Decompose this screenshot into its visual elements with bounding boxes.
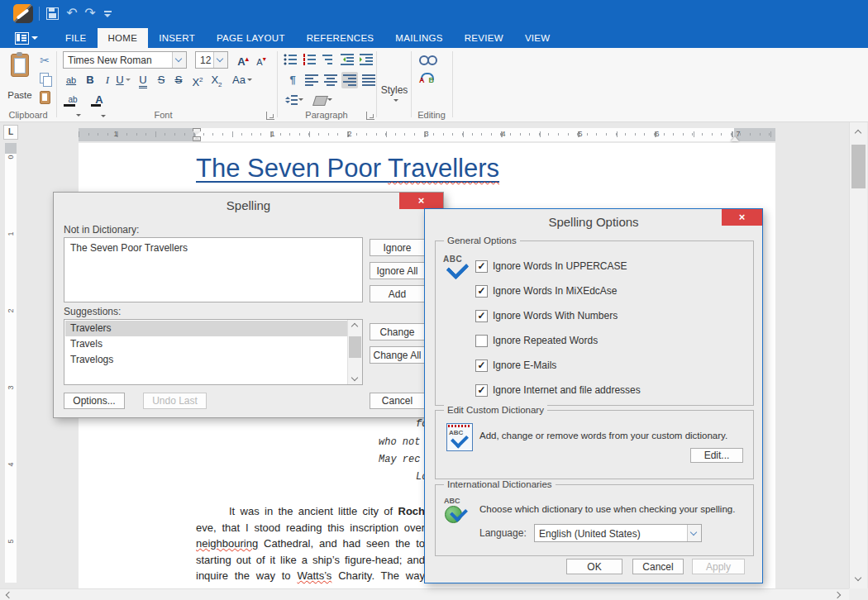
app-logo-icon[interactable]: [13, 4, 33, 23]
tab-references[interactable]: REFERENCES: [296, 28, 385, 48]
scroll-right-icon[interactable]: [834, 592, 841, 598]
scrollbar-thumb[interactable]: [349, 336, 361, 358]
justify-button[interactable]: [360, 72, 377, 88]
scroll-up-icon[interactable]: [351, 323, 358, 330]
quick-access-options-button[interactable]: [99, 3, 117, 23]
scrollbar-thumb[interactable]: [851, 145, 866, 188]
subscript-button[interactable]: X2: [208, 72, 225, 88]
shading-button[interactable]: [312, 92, 335, 108]
vertical-ruler[interactable]: 012345: [5, 143, 17, 583]
cancel-button[interactable]: Cancel: [370, 393, 425, 409]
suggestion-item[interactable]: Travelogs: [65, 352, 347, 368]
tab-home[interactable]: HOME: [98, 28, 149, 48]
numbering-button[interactable]: [301, 51, 317, 68]
tab-stop-selector[interactable]: L: [3, 125, 18, 140]
italic-button[interactable]: I: [99, 72, 116, 88]
font-size-combo[interactable]: 12: [195, 51, 228, 69]
paragraph-dialog-launcher-icon[interactable]: [366, 112, 374, 120]
tab-mailings[interactable]: MAILINGS: [384, 28, 453, 48]
show-marks-button[interactable]: ¶: [284, 72, 301, 88]
strikethrough-button[interactable]: S: [153, 72, 169, 88]
tab-file[interactable]: FILE: [55, 28, 98, 48]
cut-button[interactable]: ✂: [36, 52, 53, 69]
undo-button[interactable]: ↶: [63, 3, 81, 23]
save-button[interactable]: [43, 3, 61, 23]
scroll-left-icon[interactable]: [6, 592, 12, 598]
vertical-scrollbar[interactable]: [849, 122, 867, 588]
line-spacing-button[interactable]: [283, 92, 306, 108]
find-button[interactable]: [418, 52, 435, 69]
align-center-button[interactable]: [322, 72, 339, 88]
clear-formatting-button[interactable]: ab: [62, 72, 80, 88]
apply-button[interactable]: Apply: [692, 559, 745, 574]
tab-page-layout[interactable]: PAGE LAYOUT: [206, 28, 296, 48]
edit-button[interactable]: Edit...: [690, 448, 743, 463]
not-in-dictionary-textbox[interactable]: The Seven Poor Travellers: [64, 237, 363, 302]
language-dropdown-button[interactable]: [687, 525, 701, 541]
replace-button[interactable]: A B: [418, 72, 435, 88]
checkbox-checked[interactable]: ✓: [475, 310, 488, 322]
highlight-color-button[interactable]: ab: [62, 92, 83, 108]
paste-button[interactable]: Paste: [5, 50, 36, 108]
styles-button[interactable]: Styles: [379, 51, 410, 111]
bold-button[interactable]: B: [82, 72, 98, 88]
change-button[interactable]: Change: [370, 323, 425, 340]
language-combo[interactable]: English (United States): [534, 524, 702, 542]
grow-font-button[interactable]: A▴: [235, 51, 251, 68]
font-size-dropdown-button[interactable]: [213, 52, 227, 68]
cancel-button[interactable]: Cancel: [632, 559, 684, 574]
ribbon-display-options-button[interactable]: [15, 31, 40, 45]
align-left-button[interactable]: [303, 72, 320, 88]
hanging-indent-marker[interactable]: [193, 136, 201, 141]
superscript-icon: X: [192, 76, 199, 88]
checkbox-checked[interactable]: ✓: [475, 384, 488, 397]
close-button[interactable]: ×: [722, 209, 762, 226]
multilevel-list-button[interactable]: [320, 51, 336, 68]
superscript-button[interactable]: X2: [189, 72, 206, 88]
first-line-indent-marker[interactable]: [193, 128, 201, 131]
font-name-combo[interactable]: Times New Roman: [63, 51, 187, 69]
listbox-scrollbar[interactable]: [347, 320, 362, 384]
increase-indent-button[interactable]: [358, 51, 374, 68]
underline-button[interactable]: U: [115, 72, 131, 88]
redo-button[interactable]: ↷: [81, 3, 99, 23]
document-paragraph[interactable]: It was in the ancient little city of Roc…: [196, 503, 425, 584]
font-dialog-launcher-icon[interactable]: [266, 112, 274, 120]
paste-special-button[interactable]: [36, 89, 53, 106]
scroll-down-icon[interactable]: [855, 574, 861, 581]
font-name-dropdown-button[interactable]: [172, 52, 186, 68]
checkbox-checked[interactable]: ✓: [475, 360, 488, 372]
right-indent-marker[interactable]: [731, 132, 739, 141]
add-button[interactable]: Add: [370, 285, 425, 302]
ignore-button[interactable]: Ignore: [370, 239, 425, 256]
scroll-up-icon[interactable]: [855, 130, 861, 136]
document-title[interactable]: The Seven Poor Travellers: [196, 154, 499, 183]
scroll-down-icon[interactable]: [351, 374, 358, 381]
checkbox-checked[interactable]: ✓: [475, 260, 488, 273]
bullets-button[interactable]: [282, 51, 298, 68]
double-underline-button[interactable]: U: [135, 72, 151, 88]
change-case-button[interactable]: Aa: [229, 72, 255, 88]
suggestion-item[interactable]: Travelers: [65, 321, 347, 336]
ok-button[interactable]: OK: [566, 559, 622, 574]
checkbox-unchecked[interactable]: [475, 335, 488, 347]
tab-review[interactable]: REVIEW: [454, 28, 514, 48]
checkbox-checked[interactable]: ✓: [475, 285, 488, 298]
font-color-button[interactable]: A: [89, 92, 109, 108]
change-all-button[interactable]: Change All: [370, 346, 425, 364]
horizontal-scrollbar[interactable]: [0, 588, 868, 600]
suggestion-item[interactable]: Travels: [65, 336, 347, 352]
close-button[interactable]: ×: [399, 193, 443, 209]
options-button[interactable]: Options...: [64, 393, 125, 409]
copy-button[interactable]: [36, 70, 53, 87]
shrink-font-button[interactable]: A▾: [253, 51, 269, 68]
tab-insert[interactable]: INSERT: [148, 28, 206, 48]
decrease-indent-button[interactable]: [339, 51, 355, 68]
ignore-all-button[interactable]: Ignore All: [370, 262, 425, 279]
align-right-button[interactable]: [341, 72, 358, 88]
suggestions-listbox[interactable]: TravelersTravelsTravelogs: [64, 319, 363, 385]
undo-last-button[interactable]: Undo Last: [143, 393, 207, 409]
double-strikethrough-button[interactable]: S: [170, 72, 187, 88]
tab-view[interactable]: VIEW: [514, 28, 561, 48]
horizontal-ruler[interactable]: 11234567: [79, 128, 775, 141]
